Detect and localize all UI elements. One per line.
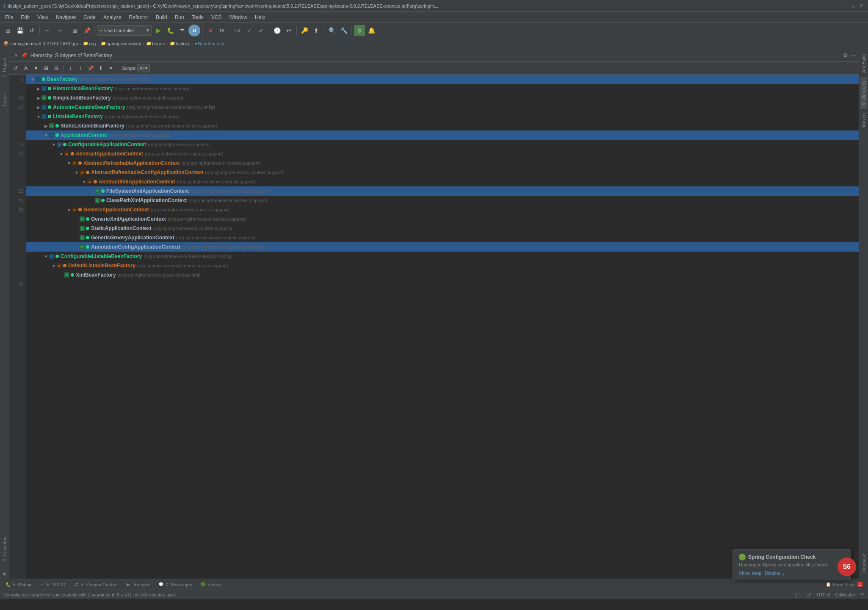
forward-button[interactable]: → bbox=[54, 25, 65, 36]
minimize-button[interactable]: ─ bbox=[843, 3, 849, 9]
debug-button[interactable]: 🐛 bbox=[165, 25, 176, 36]
key-button[interactable]: 🔑 bbox=[299, 25, 310, 36]
notifications-button[interactable]: 🔔 bbox=[366, 25, 377, 36]
breadcrumb-beanfactory[interactable]: BeanFactory bbox=[198, 41, 224, 46]
bottom-tab-spring[interactable]: 🌿 Spring bbox=[196, 580, 224, 589]
tree-row-autowire[interactable]: I AutowireCapableBeanFactory (org.spring… bbox=[26, 103, 859, 112]
search-button[interactable]: 🔍 bbox=[326, 25, 337, 36]
run-button[interactable]: ▶ bbox=[153, 25, 164, 36]
bottom-tab-terminal[interactable]: ▶ Terminal bbox=[122, 580, 154, 589]
sync-button[interactable]: ↺ bbox=[26, 25, 37, 36]
supertypes-button[interactable]: ⊟ bbox=[52, 64, 61, 73]
left-panel-favorites[interactable]: 2: Favorites bbox=[0, 528, 9, 569]
settings-button[interactable]: ⚙ bbox=[354, 25, 365, 36]
right-panel-database[interactable]: Database bbox=[860, 550, 867, 577]
tree-row-default-listable[interactable]: A DefaultListableBeanFactory (org.spring… bbox=[26, 261, 859, 270]
left-panel-project[interactable]: 1: Project bbox=[0, 49, 9, 86]
hierarchy-settings-icon[interactable]: ⚙ bbox=[843, 52, 848, 58]
expand-button[interactable]: ↕ bbox=[66, 64, 75, 73]
subtypes-button[interactable]: ⊞ bbox=[41, 64, 51, 73]
bottom-tab-messages[interactable]: 💬 0: Messages bbox=[155, 580, 195, 589]
right-panel-maven[interactable]: Maven bbox=[860, 110, 867, 130]
maximize-button[interactable]: □ bbox=[850, 3, 857, 9]
hierarchy-pin-icon[interactable]: 📌 bbox=[21, 53, 27, 58]
menu-tools[interactable]: Tools bbox=[188, 14, 207, 21]
pin-button[interactable]: 📌 bbox=[81, 25, 92, 36]
tree-row-generic-appcontext[interactable]: A GenericApplicationContext (org.springf… bbox=[26, 205, 859, 214]
tree-row-simplejndi[interactable]: C SimpleJndiBeanFactory (org.springframe… bbox=[26, 93, 859, 103]
menu-help[interactable]: Help bbox=[252, 14, 269, 21]
hierarchy-close-icon[interactable]: ✕ bbox=[13, 52, 19, 59]
tree-row-abstract-xml[interactable]: A AbstractXmlApplicationContext (org.spr… bbox=[26, 177, 859, 186]
save-button[interactable]: 💾 bbox=[14, 25, 25, 36]
tree-content[interactable]: 1 16 17 18 19 22 23 24 bbox=[9, 75, 859, 579]
bookmarks-icon[interactable]: ★ bbox=[0, 569, 9, 579]
menu-view[interactable]: View bbox=[34, 14, 52, 21]
tree-row-beanfactory[interactable]: I BeanFactory (org.springframework.beans… bbox=[26, 75, 859, 84]
tree-row-hierarchical[interactable]: I HierarchicalBeanFactory (org.springfra… bbox=[26, 84, 859, 93]
bottom-tab-debug[interactable]: 🐛 5: Debug bbox=[2, 580, 35, 589]
run-config-dropdown[interactable]: ● UserController ▾ bbox=[97, 25, 152, 36]
history-button[interactable]: 🕐 bbox=[271, 25, 282, 36]
git-branch-status[interactable]: GitMaster bbox=[835, 592, 855, 597]
back-button[interactable]: ← bbox=[42, 25, 53, 36]
tree-row-configurable-appcontext[interactable]: I ConfigurableApplicationContext (org.sp… bbox=[26, 140, 859, 149]
line-ending[interactable]: LF bbox=[806, 592, 812, 597]
close-hierarchy-button[interactable]: ✕ bbox=[106, 64, 116, 73]
tree-row-configurable-listable[interactable]: I ConfigurableListableBeanFactory (org.s… bbox=[26, 252, 859, 261]
left-panel-learn[interactable]: Learn bbox=[0, 86, 9, 114]
tree-row-listable[interactable]: I ListableBeanFactory (org.springframewo… bbox=[26, 112, 859, 121]
close-button[interactable]: ✕ bbox=[858, 3, 865, 9]
tree-row-abstract-appcontext[interactable]: A AbstractApplicationContext (org.spring… bbox=[26, 149, 859, 158]
git-check-button[interactable]: ✓ bbox=[244, 25, 255, 36]
tree-row-static-appcontext[interactable]: C StaticApplicationContext (org.springfr… bbox=[26, 224, 859, 233]
breadcrumb-jar[interactable]: spring-beans-5.0.2.RELEASE.jar bbox=[10, 41, 78, 46]
scope-dropdown[interactable]: All ▾ bbox=[137, 64, 150, 72]
menu-edit[interactable]: Edit bbox=[17, 14, 33, 21]
tree-row-groovy-appcontext[interactable]: C GenericGroovyApplicationContext (org.s… bbox=[26, 233, 859, 242]
toggle-button[interactable]: ⊠ bbox=[69, 25, 80, 36]
menu-analyze[interactable]: Analyze bbox=[100, 14, 125, 21]
breadcrumb-beans[interactable]: beans bbox=[152, 41, 165, 46]
bottom-tab-event-log[interactable]: 📋 Event Log 1 bbox=[822, 580, 866, 589]
menu-build[interactable]: Build bbox=[152, 14, 171, 21]
tree-row-abstract-refreshable[interactable]: A AbstractRefreshableApplicationContext … bbox=[26, 158, 859, 168]
tree-row-xml-beanfactory[interactable]: C XmlBeanFactory (org.springframework.be… bbox=[26, 270, 859, 280]
hierarchy-minimize-icon[interactable]: ─ bbox=[851, 53, 855, 58]
stop-button[interactable]: ■ bbox=[205, 25, 216, 36]
reload-button[interactable]: ⟳ bbox=[217, 25, 228, 36]
collapse-button[interactable]: ↕ bbox=[76, 64, 85, 73]
bottom-tab-vcs[interactable]: ⎇ 9: Version Control bbox=[69, 580, 121, 589]
tree-row-abstract-refreshable-config[interactable]: A AbstractRefreshableConfigApplicationCo… bbox=[26, 168, 859, 177]
refresh-hierarchy-button[interactable]: ↺ bbox=[11, 64, 20, 73]
cursor-position[interactable]: 1:1 bbox=[795, 592, 801, 597]
coverage-button[interactable]: ☂ bbox=[177, 25, 188, 36]
filter-button[interactable]: ▼ bbox=[31, 64, 41, 73]
git-tick-button[interactable]: ✔ bbox=[256, 25, 267, 36]
menu-code[interactable]: Code bbox=[80, 14, 99, 21]
tree-row-appcontext[interactable]: I ApplicationContext (org.springframewor… bbox=[26, 130, 859, 140]
autoscroll-button[interactable]: 📌 bbox=[86, 64, 95, 73]
breadcrumb-org[interactable]: org bbox=[89, 41, 96, 46]
tree-row-classpath-xml[interactable]: C ClassPathXmlApplicationContext (org.sp… bbox=[26, 196, 859, 205]
revert-button[interactable]: ↩ bbox=[283, 25, 294, 36]
menu-navigate[interactable]: Navigate bbox=[53, 14, 79, 21]
profile-button[interactable]: U bbox=[188, 25, 200, 36]
tree-row-staticlistable[interactable]: C StaticListableBeanFactory (org.springf… bbox=[26, 121, 859, 130]
push-button[interactable]: ⬆ bbox=[311, 25, 322, 36]
right-panel-hierarchy[interactable]: 8: Hierarchy bbox=[860, 77, 867, 109]
project-structure-button[interactable]: ⊞ bbox=[3, 25, 14, 36]
menu-run[interactable]: Run bbox=[171, 14, 188, 21]
menu-refactor[interactable]: Refactor bbox=[126, 14, 152, 21]
file-encoding[interactable]: UTF-8 bbox=[817, 592, 830, 597]
bottom-tab-todo[interactable]: ✓ 6: TODO bbox=[36, 580, 69, 589]
menu-file[interactable]: File bbox=[2, 14, 17, 21]
breadcrumb-springframework[interactable]: springframework bbox=[107, 41, 141, 46]
menu-window[interactable]: Window bbox=[226, 14, 251, 21]
disable-link[interactable]: Disable... bbox=[765, 571, 784, 576]
menu-vcs[interactable]: VCS bbox=[208, 14, 225, 21]
show-help-link[interactable]: Show Help bbox=[739, 571, 761, 576]
tree-row-filesystem-xml[interactable]: C FileSystemXmlApplicationContext (org.s… bbox=[26, 186, 859, 196]
tree-row-annotation-config[interactable]: C AnnotationConfigApplicationContext (or… bbox=[26, 242, 859, 252]
breadcrumb-factory[interactable]: factory bbox=[176, 41, 190, 46]
